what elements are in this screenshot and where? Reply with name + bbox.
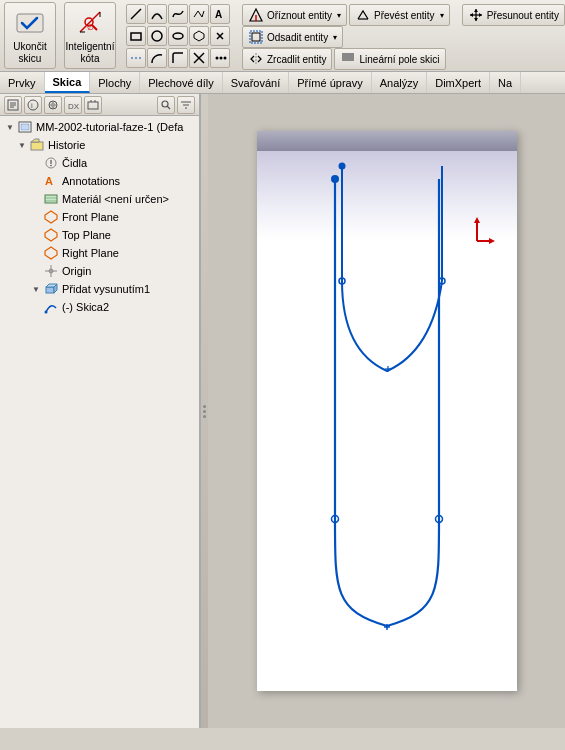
right-plane-icon [43,245,59,261]
svg-point-46 [28,100,38,110]
tree-item-front-plane[interactable]: Front Plane [0,208,199,226]
tools-row-3 [126,48,230,68]
material-expand-icon [30,193,42,205]
construction-tool-button[interactable] [126,48,146,68]
menu-item-plochy[interactable]: Plochy [90,72,140,93]
arc2-tool-button[interactable] [147,48,167,68]
menu-item-prime-upravy[interactable]: Přímé úpravy [289,72,371,93]
canvas-area[interactable] [208,94,565,728]
convert-entities-button[interactable]: Převést entity ▾ [349,4,450,26]
ellipse-tool-button[interactable] [168,26,188,46]
intelligent-dimension-button[interactable]: ∅ Inteligentní kóta [64,2,116,69]
svg-rect-51 [88,102,98,109]
resize-dots [203,405,206,418]
tree-item-right-plane[interactable]: Right Plane [0,244,199,262]
text-tool-button[interactable]: A [210,4,230,24]
tree-item-extrude[interactable]: ▼ Přidat vysunutím1 [0,280,199,298]
display-tab[interactable] [84,96,102,114]
offset-icon [248,29,264,45]
mirror-label: Zrcadlit entity [267,54,326,65]
svg-rect-35 [350,57,354,61]
tree-item-label-material: Materiál <není určen> [62,193,169,205]
top-plane-icon [43,227,59,243]
dimxpert-tab[interactable]: DX [64,96,82,114]
tree-root-item[interactable]: ▼ MM-2002-tutorial-faze-1 (Defa [0,118,199,136]
tree-item-cidla[interactable]: Čidla [0,154,199,172]
drawing-tools-group: A [124,2,232,69]
trim-entities-button[interactable]: Oříznout entity ▾ [242,4,347,26]
finish-sketch-button[interactable]: Ukončit skicu [4,2,56,69]
front-plane-expand-icon [30,211,42,223]
filter-tree-button[interactable] [177,96,195,114]
feature-tree-tab[interactable] [4,96,22,114]
root-expand-icon: ▼ [4,121,16,133]
svg-point-65 [50,165,52,167]
menu-item-svarovani[interactable]: Svařování [223,72,290,93]
tree-item-label-top-plane: Top Plane [62,229,111,241]
root-icon [17,119,33,135]
svg-marker-71 [45,229,57,241]
svg-line-7 [131,9,141,19]
mirror-entities-button[interactable]: Zrcadlit entity [242,48,332,70]
cidla-icon [43,155,59,171]
extrude-icon [43,281,59,297]
tools-row-2 [126,26,230,46]
menu-item-plechove[interactable]: Plechové díly [140,72,222,93]
svg-rect-61 [31,142,43,150]
circle-tool-button[interactable] [147,26,167,46]
mirror-linear-row: Zrcadlit entity Lineární pole skici [242,48,450,70]
fillet-tool-button[interactable] [168,48,188,68]
more-tools-button[interactable] [210,48,230,68]
tree-item-skica2[interactable]: (-) Skica2 [0,298,199,316]
annotations-expand-icon [30,175,42,187]
sketch-tools-more-button[interactable] [189,4,209,24]
svg-point-79 [45,311,48,314]
move-entities-button[interactable]: Přesunout entity [462,4,565,26]
menu-item-analyzy[interactable]: Analýzy [372,72,428,93]
skica2-expand-icon [30,301,42,313]
tree-item-annotations[interactable]: A Annotations [0,172,199,190]
extrude-expand-icon: ▼ [30,283,42,295]
left-panel: i DX ▼ [0,94,200,728]
tree-item-label-annotations: Annotations [62,175,120,187]
front-plane-icon [43,209,59,225]
search-tree-button[interactable] [157,96,175,114]
right-plane-expand-icon [30,247,42,259]
menu-item-dimxpert[interactable]: DimXpert [427,72,490,93]
resize-dot-3 [203,415,206,418]
main-sketch-svg [257,151,517,691]
config-tab[interactable] [44,96,62,114]
line-tool-button[interactable] [126,4,146,24]
tree-item-top-plane[interactable]: Top Plane [0,226,199,244]
svg-text:DX: DX [68,102,79,111]
resize-dot-1 [203,405,206,408]
menu-item-na[interactable]: Na [490,72,521,93]
svg-rect-60 [21,124,29,130]
resize-handle[interactable] [200,94,208,728]
svg-point-14 [173,33,183,39]
trim-convert-row: Oříznout entity ▾ Převést entity ▾ [242,4,450,26]
offset-row: Odsadit entity ▾ [242,26,450,48]
offset-entities-button[interactable]: Odsadit entity ▾ [242,26,343,48]
svg-marker-70 [45,211,57,223]
arc-tool-button[interactable] [147,4,167,24]
trim-tool-button[interactable] [189,48,209,68]
point-tool-button[interactable] [210,26,230,46]
rectangle-tool-button[interactable] [126,26,146,46]
polygon-tool-button[interactable] [189,26,209,46]
svg-rect-32 [350,53,354,57]
linear-pattern-button[interactable]: Lineární pole skici [334,48,445,70]
menu-item-prvky[interactable]: Prvky [0,72,45,93]
svg-rect-33 [342,57,346,61]
property-tab[interactable]: i [24,96,42,114]
trim-icon [248,7,264,23]
tree-item-origin[interactable]: Origin [0,262,199,280]
tree-item-label-cidla: Čidla [62,157,87,169]
svg-marker-72 [45,247,57,259]
tree-item-material[interactable]: Materiál <není určen> [0,190,199,208]
move-icon [468,7,484,23]
tree-item-historie[interactable]: ▼ Historie [0,136,199,154]
menu-item-skica[interactable]: Skica [45,72,91,93]
spline-tool-button[interactable] [168,4,188,24]
intelligent-dimension-icon: ∅ [74,7,106,39]
